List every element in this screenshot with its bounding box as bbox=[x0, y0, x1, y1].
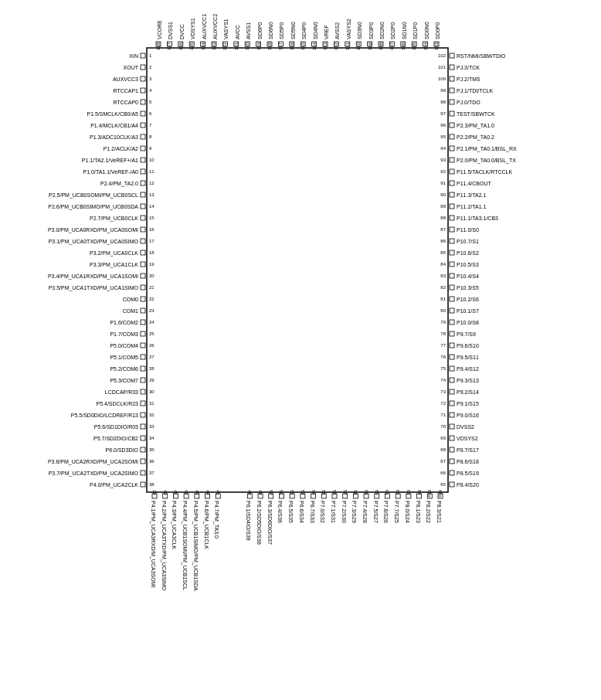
ic-diagram bbox=[0, 0, 601, 700]
